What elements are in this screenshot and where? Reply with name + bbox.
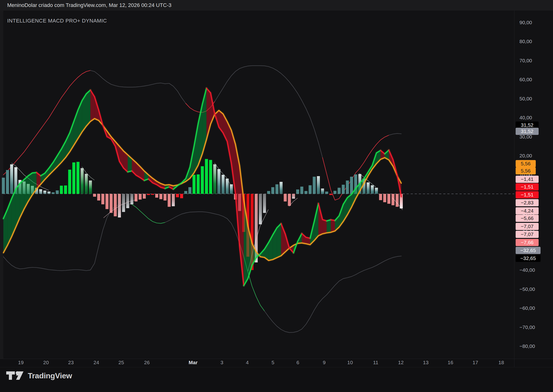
histogram-bar (155, 194, 158, 198)
histogram-bar (43, 190, 47, 194)
price-value-label: 31,52 (516, 128, 539, 135)
histogram-bar (97, 194, 100, 201)
histogram-bar (85, 174, 88, 194)
price-value-label: −1,51 (516, 183, 539, 190)
histogram-bar (284, 194, 287, 202)
histogram-bar (375, 188, 378, 194)
histogram-bar (39, 189, 42, 194)
x-axis-tick: 3 (220, 360, 223, 365)
tradingview-watermark[interactable]: TradingView (6, 371, 72, 381)
histogram-bar (305, 191, 308, 194)
histogram-bar (300, 187, 303, 194)
x-axis-tick: 24 (93, 360, 99, 365)
x-axis-tick: 5 (272, 360, 274, 365)
histogram-bar (130, 194, 133, 204)
histogram-bar (396, 194, 399, 207)
price-value-label: −4,24 (516, 207, 539, 214)
y-axis-tick: 80,00 (519, 39, 532, 44)
lower-dynamic-band (132, 204, 165, 224)
histogram-bar (342, 185, 345, 194)
histogram-bar (143, 194, 146, 199)
histogram-bar (163, 194, 167, 201)
histogram-bar (159, 194, 162, 199)
y-axis-tick: 20,00 (519, 153, 532, 159)
histogram-bar (139, 194, 142, 200)
price-value-label: −32,65 (516, 255, 540, 262)
time-axis-border (0, 359, 553, 359)
histogram-bar (51, 192, 55, 194)
histogram-bar (93, 194, 96, 197)
y-axis-tick: 60,00 (519, 77, 532, 82)
histogram-bar (338, 188, 341, 194)
histogram-bar (2, 178, 5, 194)
x-axis-tick: 19 (18, 360, 23, 365)
price-value-label: −7,07 (516, 223, 539, 230)
indicator-title: INTELLIGENCE MACD PRO+ DYNAMIC (7, 18, 107, 24)
lower-dynamic-band (165, 212, 240, 244)
tradingview-logo-icon (6, 371, 24, 381)
y-axis-tick: 40,00 (519, 115, 532, 120)
histogram-bar (122, 194, 125, 212)
histogram-bar (10, 164, 13, 194)
histogram-bar (48, 191, 50, 194)
footer-border (0, 367, 553, 367)
y-axis-tick: −40,00 (519, 267, 535, 273)
x-axis-tick: 23 (68, 360, 74, 365)
price-value-label: −2,83 (516, 199, 539, 206)
histogram-bar (267, 191, 270, 194)
histogram-bar (259, 194, 262, 224)
histogram-bar (263, 194, 266, 213)
histogram-bar (276, 184, 279, 194)
upper-dynamic-band (389, 133, 401, 135)
histogram-bar (222, 175, 225, 194)
histogram-bar (184, 191, 187, 194)
histogram-bar (126, 194, 129, 208)
histogram-bar (56, 190, 59, 194)
histogram-bar (209, 160, 212, 194)
x-axis-tick: 16 (448, 360, 453, 365)
lower-dynamic-band (265, 256, 401, 333)
histogram-bar (288, 194, 291, 206)
histogram-bar (197, 175, 200, 194)
y-axis-tick: 70,00 (519, 58, 532, 63)
histogram-bar (193, 175, 196, 194)
histogram-bar (176, 194, 179, 197)
y-axis-tick: −70,00 (519, 324, 535, 330)
histogram-bar (101, 194, 105, 204)
histogram-bar (151, 194, 154, 195)
x-axis-tick: 12 (398, 360, 404, 365)
histogram-bar (89, 180, 92, 194)
histogram-bar (6, 170, 9, 194)
histogram-bar (188, 187, 191, 194)
histogram-bar (77, 162, 80, 194)
histogram-bar (383, 194, 386, 202)
histogram-bar (147, 194, 150, 195)
x-axis-tick: 25 (118, 360, 124, 365)
histogram-bar (60, 186, 63, 194)
histogram-bar (321, 189, 324, 194)
y-axis-tick: −50,00 (519, 286, 535, 292)
histogram-bar (217, 169, 220, 194)
y-axis-tick: −60,00 (519, 305, 535, 311)
tradingview-wordmark: TradingView (28, 371, 72, 380)
macd-chart-canvas[interactable] (0, 0, 553, 392)
histogram-bar (317, 176, 320, 194)
histogram-bar (213, 164, 216, 194)
histogram-bar (114, 194, 117, 216)
price-value-label: −7,66 (516, 239, 539, 246)
histogram-bar (371, 185, 374, 194)
x-axis-tick: 4 (246, 360, 249, 365)
x-axis-tick: 26 (144, 360, 149, 365)
histogram-bar (110, 194, 113, 213)
y-axis-tick: 90,00 (519, 20, 532, 25)
x-axis-tick: 6 (296, 360, 299, 365)
x-axis-tick: 13 (423, 360, 428, 365)
time-axis[interactable] (0, 359, 553, 367)
price-value-label: 5,56 (516, 160, 536, 167)
x-axis-tick: 17 (472, 360, 478, 365)
y-axis-tick: −80,00 (519, 343, 535, 349)
x-axis-tick: 9 (323, 360, 326, 365)
x-axis-tick: 18 (498, 360, 504, 365)
histogram-bar (271, 187, 274, 194)
x-axis-tick: 10 (347, 360, 353, 365)
